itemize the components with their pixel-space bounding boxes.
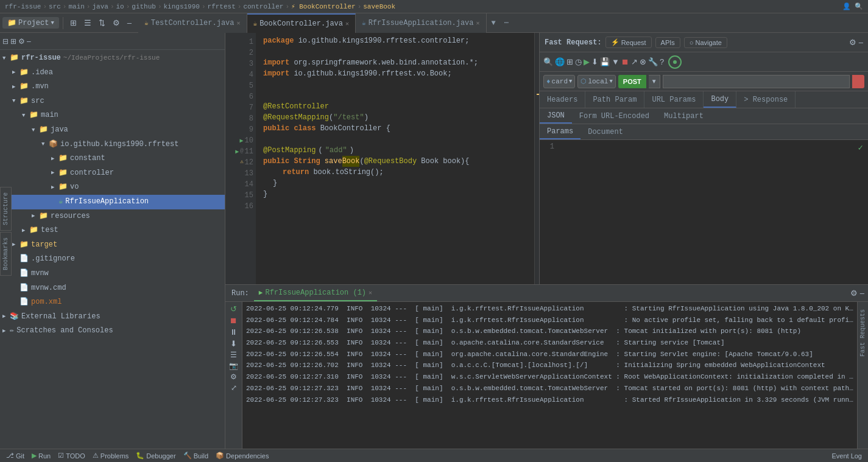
toolbar-sort-btn[interactable]: ⇅ bbox=[96, 16, 108, 29]
todo-status-btn[interactable]: ☑ TODO bbox=[54, 452, 89, 460]
request-btn[interactable]: ⚡ Request bbox=[605, 37, 652, 48]
table-icon-btn[interactable]: ⊞ bbox=[566, 57, 573, 66]
run-filter-btn[interactable]: ☰ bbox=[230, 351, 237, 359]
tab-body[interactable]: Body bbox=[704, 91, 736, 108]
tree-item-package[interactable]: ▼ 📦 io.github.kings1990.rfrtest bbox=[0, 138, 225, 152]
run-stop-btn[interactable]: ⏹ bbox=[230, 316, 238, 325]
code-content[interactable]: package io.github.kings1990.rfrtest.cont… bbox=[256, 33, 534, 284]
stop-icon-btn[interactable]: ⏹ bbox=[621, 57, 629, 66]
toolbar-list-btn[interactable]: ☰ bbox=[81, 16, 94, 29]
tab-bookcontroller[interactable]: ☕ BookController.java ✕ bbox=[247, 13, 356, 33]
tab-rfrissueapp[interactable]: ☕ RfrIssueApplication.java ✕ bbox=[356, 13, 486, 33]
url-input[interactable] bbox=[663, 75, 850, 88]
send-btn[interactable] bbox=[852, 75, 864, 88]
structure-label[interactable]: Structure bbox=[0, 186, 12, 230]
subtab-form-urlencoded[interactable]: Form URL-Encoded bbox=[572, 108, 657, 124]
run-settings-btn[interactable]: ⚙ bbox=[850, 289, 858, 298]
breadcrumb-item[interactable]: rfrtest bbox=[208, 3, 236, 10]
breadcrumb-item-bookcontroller[interactable]: ⚡ BookController bbox=[291, 2, 356, 10]
user-icon[interactable]: 👤 bbox=[842, 2, 851, 10]
clock-icon-btn[interactable]: ◷ bbox=[575, 57, 582, 66]
run-cog-btn[interactable]: ⚙ bbox=[230, 373, 237, 381]
git-status-btn[interactable]: ⎇ Git bbox=[2, 452, 28, 460]
wrench-icon-btn[interactable]: 🔧 bbox=[648, 57, 658, 66]
tree-item-rfrissueapp[interactable]: ☕ RfrIssueApplication bbox=[0, 195, 225, 209]
share-icon-btn[interactable]: ↗ bbox=[631, 57, 638, 66]
tree-item-constant[interactable]: ▶ 📁 constant bbox=[0, 152, 225, 166]
build-status-btn[interactable]: 🔨 Build bbox=[180, 452, 212, 460]
tree-item-scratches[interactable]: ▶ ✏️ Scratches and Consoles bbox=[0, 324, 225, 338]
env-icon-btn[interactable]: 🌐 bbox=[555, 57, 565, 66]
download-icon-btn[interactable]: ⬇ bbox=[591, 57, 598, 66]
run-gutter-icon[interactable]: ▶ bbox=[240, 136, 244, 145]
dependencies-status-btn[interactable]: 📦 Dependencies bbox=[212, 452, 272, 460]
search-icon[interactable]: 🔍 bbox=[855, 2, 863, 10]
sidebar-expand-btn[interactable]: ⊞ bbox=[10, 37, 16, 46]
gear-icon-btn[interactable]: ⚙ bbox=[849, 38, 856, 47]
tree-item-mvnw[interactable]: 📄 mvnw bbox=[0, 267, 225, 281]
breadcrumb-item-savebook[interactable]: saveBook bbox=[363, 3, 395, 10]
run-restart-btn[interactable]: ↺ bbox=[230, 304, 237, 313]
run-camera-btn[interactable]: 📷 bbox=[229, 362, 238, 370]
breadcrumb-item[interactable]: rfr-issue bbox=[5, 3, 41, 10]
tab-document[interactable]: Document bbox=[580, 124, 630, 139]
tab-headers[interactable]: Headers bbox=[540, 91, 585, 108]
run-status-btn[interactable]: ▶ Run bbox=[28, 452, 54, 460]
bookmarks-label[interactable]: Bookmarks bbox=[0, 232, 12, 276]
breadcrumb-item[interactable]: controller bbox=[243, 3, 283, 10]
tab-params[interactable]: Params bbox=[540, 124, 580, 139]
debugger-status-btn[interactable]: 🐛 Debugger bbox=[132, 452, 179, 460]
search-icon-btn[interactable]: 🔍 bbox=[543, 57, 553, 66]
save-icon-btn[interactable]: 💾 bbox=[600, 57, 610, 66]
server-select-wrapper[interactable]: ⬡ local ▼ bbox=[577, 75, 615, 88]
tree-item-mvnwcmd[interactable]: 📄 mvnw.cmd bbox=[0, 281, 225, 296]
run-gutter-icon[interactable]: ▶ bbox=[235, 147, 239, 156]
navigate-btn[interactable]: ○ Navigate bbox=[684, 37, 727, 48]
tab-close-icon[interactable]: ✕ bbox=[345, 20, 349, 27]
minimize-btn[interactable]: – bbox=[859, 38, 863, 47]
sidebar-collapse-btn[interactable]: ⊟ bbox=[2, 37, 9, 46]
tree-item-mvn[interactable]: ▶ 📁 .mvn bbox=[0, 80, 225, 94]
post-method-btn[interactable]: POST bbox=[618, 75, 646, 88]
fast-request-vertical-label[interactable]: Fast Requests bbox=[858, 304, 867, 362]
breadcrumb-item[interactable]: io bbox=[116, 3, 124, 10]
breadcrumb-item[interactable]: github bbox=[132, 3, 156, 10]
tree-item-main[interactable]: ▼ 📁 main bbox=[0, 108, 225, 123]
tree-item-controller[interactable]: ▶ 📁 controller bbox=[0, 166, 225, 181]
tree-item-pomxml[interactable]: 📄 pom.xml bbox=[0, 295, 225, 310]
run-minimize-btn[interactable]: – bbox=[860, 289, 864, 298]
tabs-more-btn[interactable]: ▼ bbox=[487, 13, 501, 33]
run-log-output[interactable]: 2022-06-25 09:12:24.779 INFO 10324 --- [… bbox=[242, 302, 857, 449]
tab-testcontroller[interactable]: ☕ TestController.java ✕ bbox=[138, 13, 247, 33]
run-tab[interactable]: ▶ RfrIssueApplication (1) ✕ bbox=[254, 285, 377, 301]
tree-item-idea[interactable]: ▶ 📁 .idea bbox=[0, 66, 225, 80]
tree-item-target[interactable]: ▶ 📁 target bbox=[0, 238, 225, 253]
sidebar-minus-btn[interactable]: – bbox=[27, 37, 31, 46]
breadcrumb-item[interactable]: kings1990 bbox=[164, 3, 200, 10]
tab-close-icon[interactable]: ✕ bbox=[476, 19, 479, 27]
run-tab-close-icon[interactable]: ✕ bbox=[369, 289, 372, 296]
toolbar-minimize-btn[interactable]: – bbox=[124, 16, 135, 29]
run-pause-btn[interactable]: ⏸ bbox=[230, 327, 238, 337]
help-icon-btn[interactable]: ? bbox=[660, 57, 664, 66]
subtab-json[interactable]: JSON bbox=[540, 108, 572, 124]
run-scroll-btn[interactable]: ⬇ bbox=[230, 339, 237, 348]
tab-url-params[interactable]: URL Params bbox=[644, 91, 704, 108]
breadcrumb-item[interactable]: main bbox=[68, 3, 84, 10]
toolbar-layout-btn[interactable]: ⊞ bbox=[67, 16, 80, 29]
breadcrumb-item[interactable]: java bbox=[92, 3, 108, 10]
tree-item-gitignore[interactable]: 📄 .gitignore bbox=[0, 252, 225, 267]
card-env-select-wrapper[interactable]: ♦ card ▼ bbox=[543, 75, 575, 88]
chevron-icon-btn[interactable]: ▼ bbox=[612, 57, 619, 66]
tabs-options-btn[interactable]: ⋯ bbox=[501, 13, 512, 33]
layers-icon-btn[interactable]: ⊗ bbox=[640, 57, 646, 66]
problems-status-btn[interactable]: ⚠ Problems bbox=[89, 452, 132, 460]
tab-close-icon[interactable]: ✕ bbox=[237, 19, 241, 27]
tree-item-vo[interactable]: ▶ 📁 vo bbox=[0, 180, 225, 195]
apis-btn[interactable]: APIs bbox=[655, 37, 680, 48]
tree-item-resources[interactable]: ▶ 📁 resources bbox=[0, 209, 225, 224]
json-editor[interactable]: 1 ✓ bbox=[540, 140, 868, 284]
method-dropdown-btn[interactable]: ▼ bbox=[649, 75, 660, 88]
run-expand-btn[interactable]: ⤢ bbox=[231, 383, 237, 392]
subtab-multipart[interactable]: Multipart bbox=[657, 108, 711, 124]
